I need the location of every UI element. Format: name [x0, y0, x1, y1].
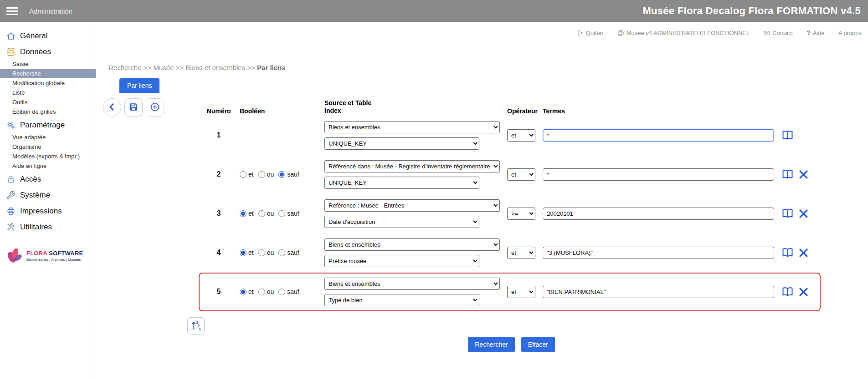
column-header-termes: Termes: [543, 107, 774, 115]
termes-input[interactable]: [543, 286, 774, 298]
lookup-book-icon[interactable]: [781, 169, 794, 180]
operator-select[interactable]: >=: [507, 208, 535, 220]
termes-input[interactable]: [543, 247, 774, 259]
source-index-cell: Biens et ensembles Préfixe musée: [324, 238, 500, 267]
sidebar-item-aide-en-ligne[interactable]: Aide en ligne: [0, 161, 96, 171]
utility-contact[interactable]: Contact: [763, 30, 793, 36]
remove-row-icon[interactable]: [798, 248, 809, 258]
boolean-et-radio[interactable]: et: [240, 210, 254, 217]
sidebar-section-label: Utilitaires: [20, 223, 52, 232]
boolean-ou-radio[interactable]: ou: [258, 171, 274, 178]
operator-select[interactable]: et: [507, 247, 535, 259]
hamburger-menu-icon[interactable]: [6, 7, 18, 15]
operator-select[interactable]: et: [507, 129, 535, 142]
source-index-cell: Biens et ensembles UNIQUE_KEY: [324, 121, 500, 150]
termes-input[interactable]: [543, 168, 774, 181]
row-number: 1: [205, 131, 232, 139]
sidebar-item-recherche[interactable]: Recherche: [0, 69, 96, 78]
sidebar-section-impressions[interactable]: Impressions: [0, 204, 96, 218]
index-select[interactable]: Date d'acquisition: [324, 216, 479, 228]
utility-a-propos[interactable]: A propos: [838, 30, 862, 36]
remove-row-icon[interactable]: [798, 169, 809, 180]
operator-select[interactable]: et: [507, 168, 535, 181]
sidebar-item-saisie[interactable]: Saisie: [0, 59, 96, 69]
remove-row-icon[interactable]: [798, 208, 809, 219]
sidebar-section-label: Système: [20, 191, 50, 200]
termes-input[interactable]: [543, 208, 774, 220]
lookup-book-icon[interactable]: [781, 286, 794, 297]
boolean-sauf-radio[interactable]: sauf: [278, 210, 299, 217]
lookup-book-icon[interactable]: [781, 130, 794, 141]
sidebar-item-modification-globale[interactable]: Modification globale: [0, 78, 96, 88]
sidebar-item-vue-adaptee[interactable]: Vue adaptée: [0, 132, 96, 142]
tab-par-liens[interactable]: Par liens: [119, 78, 159, 93]
utility-aide[interactable]: ?Aide: [806, 29, 825, 36]
query-row: 5 etousauf Biens et ensembles Type de bi…: [205, 272, 818, 311]
sidebar-item-liste[interactable]: Liste: [0, 88, 96, 97]
sidebar-section-utilitaires[interactable]: Utilitaires: [0, 220, 96, 234]
save-button[interactable]: [124, 98, 143, 117]
source-index-cell: Référencé dans : Musée - Registre d'inve…: [324, 160, 500, 189]
sidebar-section-acces[interactable]: Accès: [0, 172, 96, 187]
boolean-sauf-radio[interactable]: sauf: [278, 171, 299, 178]
svg-text:1: 1: [199, 327, 201, 331]
lookup-book-icon[interactable]: [781, 208, 794, 219]
effacer-button[interactable]: Effacer: [521, 337, 555, 352]
topbar: Administration Musée Flora Decalog Flora…: [0, 0, 868, 22]
sidebar-item-organisme[interactable]: Organisme: [0, 142, 96, 152]
boolean-sauf-radio[interactable]: sauf: [278, 249, 299, 256]
boolean-ou-radio[interactable]: ou: [258, 249, 274, 256]
utility-quitter[interactable]: Quitter: [577, 30, 604, 36]
source-select[interactable]: Biens et ensembles: [324, 278, 500, 290]
source-select[interactable]: Référencé dans : Musée - Registre d'inve…: [324, 160, 500, 172]
sidebar-item-edition-de-grilles[interactable]: Édition de grilles: [0, 107, 96, 117]
sidebar-item-outils[interactable]: Outils: [0, 97, 96, 107]
home-icon: [6, 31, 15, 41]
breadcrumb: Recherche >> Musée >> Biens et ensembles…: [108, 64, 286, 71]
sidebar-section-label: Paramétrage: [20, 121, 65, 130]
boolean-ou-radio[interactable]: ou: [258, 210, 274, 217]
index-select[interactable]: UNIQUE_KEY: [324, 137, 479, 150]
boolean-et-radio[interactable]: et: [240, 171, 254, 178]
plus-circle-icon: [150, 102, 160, 113]
query-rows: 1 Biens et ensembles UNIQUE_KEY et 2 eto…: [205, 116, 818, 311]
sort-button[interactable]: 321: [187, 317, 205, 334]
operator-select[interactable]: et: [507, 286, 535, 298]
sidebar-section-parametrage[interactable]: Paramétrage: [0, 118, 96, 132]
utility-label: A propos: [838, 30, 862, 36]
printer-icon: [6, 207, 15, 216]
exit-icon: [577, 30, 584, 36]
lookup-book-icon[interactable]: [781, 247, 794, 258]
flora-logo-text: FLORA SOFTWARE Bibliothèques | Archives …: [26, 250, 83, 262]
remove-row-icon[interactable]: [798, 287, 809, 297]
index-select[interactable]: UNIQUE_KEY: [324, 177, 479, 189]
source-index-cell: Biens et ensembles Type de bien: [324, 278, 500, 306]
column-header-numero: Numéro: [205, 107, 232, 115]
source-select[interactable]: Biens et ensembles: [324, 121, 500, 133]
back-button[interactable]: [103, 98, 121, 117]
sidebar-item-modeles-exports-impr[interactable]: Modèles (exports & impr.): [0, 152, 96, 161]
boolean-ou-radio[interactable]: ou: [258, 288, 274, 295]
boolean-et-radio[interactable]: et: [240, 249, 254, 256]
source-select[interactable]: Référence : Musée - Entrées: [324, 199, 500, 212]
termes-input[interactable]: [543, 129, 774, 142]
help-icon: ?: [806, 29, 811, 36]
boolean-et-radio[interactable]: et: [240, 288, 254, 295]
source-select[interactable]: Biens et ensembles: [324, 238, 500, 251]
column-header-booleen: Booléen: [240, 107, 317, 115]
sidebar-section-general[interactable]: Général: [0, 29, 96, 43]
add-criterion-button[interactable]: [146, 98, 164, 117]
logo-brand-secondary: SOFTWARE: [49, 250, 83, 257]
sidebar-section-donnees[interactable]: Données: [0, 45, 96, 59]
column-header-operateur: Opérateur: [507, 107, 535, 115]
rechercher-button[interactable]: Rechercher: [468, 337, 514, 352]
utility-musee-v4-administrateur-fonctionnel[interactable]: Musée v4 ADMINISTRATEUR FONCTIONNEL: [617, 30, 750, 36]
sidebar-section-systeme[interactable]: Système: [0, 188, 96, 203]
boolean-sauf-radio[interactable]: sauf: [278, 288, 299, 295]
source-index-cell: Référence : Musée - Entrées Date d'acqui…: [324, 199, 500, 228]
row-number: 3: [205, 209, 232, 218]
index-select[interactable]: Préfixe musée: [324, 255, 479, 267]
breadcrumb-current: Par liens: [257, 64, 286, 71]
index-select[interactable]: Type de bien: [324, 294, 479, 306]
user-icon: [617, 30, 624, 36]
